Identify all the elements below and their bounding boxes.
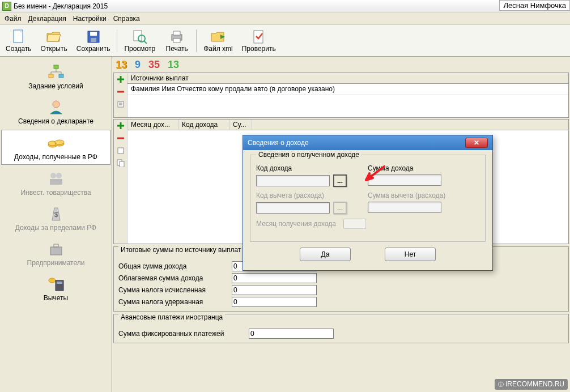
yes-button[interactable]: Да	[300, 248, 351, 261]
code-input[interactable]	[256, 175, 330, 186]
svg-rect-25	[50, 179, 62, 185]
preview-button[interactable]: Просмотр	[120, 27, 160, 55]
svg-point-29	[49, 278, 56, 283]
handshake-icon	[47, 169, 65, 188]
svg-rect-9	[173, 39, 180, 42]
deduct-code-input	[256, 202, 330, 214]
menu-settings[interactable]: Настройки	[73, 15, 107, 23]
menu-declaration[interactable]: Декларация	[28, 15, 66, 23]
nav-label: Инвест. товарищества	[20, 189, 91, 197]
menubar: Файл Декларация Настройки Справка	[0, 12, 570, 25]
toolbar-separator	[196, 29, 197, 52]
filexml-button[interactable]: Файл xml	[199, 27, 237, 55]
taxable-income-input[interactable]	[232, 273, 317, 283]
taxable-income-label: Облагаемая сумма дохода	[118, 274, 232, 282]
deduct-lookup-button: ...	[333, 202, 347, 214]
new-button[interactable]: Создать	[1, 27, 36, 55]
sidebar: Задание условий Сведения о декларанте До…	[0, 57, 112, 392]
sidebar-item-conditions[interactable]: Задание условий	[1, 59, 110, 93]
coins-icon	[47, 134, 65, 152]
svg-rect-27	[50, 247, 62, 255]
sum-label: Сумма дохода	[368, 164, 479, 172]
briefcase-icon	[47, 240, 65, 258]
tax-calc-input[interactable]	[232, 285, 317, 295]
sidebar-item-income-rf[interactable]: Доходы, полученные в РФ	[1, 130, 110, 165]
watermark-bottom: ⓘ IRECOMMEND.RU	[495, 379, 568, 390]
col-month[interactable]: Месяц дох...	[127, 120, 178, 130]
add-income-button[interactable]	[114, 120, 127, 131]
printer-icon	[169, 29, 185, 45]
remove-source-button[interactable]	[114, 86, 127, 97]
save-icon	[86, 29, 101, 45]
svg-rect-12	[49, 74, 53, 78]
svg-rect-8	[173, 31, 180, 35]
sources-header: Источники выплат	[127, 73, 568, 83]
svg-rect-28	[54, 244, 58, 247]
export-icon	[210, 29, 226, 45]
tax-withheld-input[interactable]	[232, 297, 317, 307]
col-code[interactable]: Код дохода	[178, 120, 229, 130]
tax-withheld-label: Сумма налога удержанная	[118, 298, 232, 306]
fixed-sum-label: Сумма фиксированных платежей	[118, 330, 249, 338]
deduct-sum-label: Сумма вычета (расхода)	[368, 191, 479, 199]
nav-label: Задание условий	[28, 82, 83, 90]
rate-13[interactable]: 13	[116, 59, 127, 71]
sources-toolbar	[114, 73, 127, 117]
sum-input[interactable]	[368, 174, 441, 186]
col-sum[interactable]: Су...	[229, 120, 252, 130]
totals-title: Итоговые суммы по источнику выплат	[118, 246, 243, 254]
save-button[interactable]: Сохранить	[72, 27, 115, 55]
income-dialog: Сведения о доходе ✕ Сведения о полученно…	[243, 135, 493, 271]
svg-rect-2	[90, 32, 97, 36]
fixed-sum-input[interactable]	[249, 329, 334, 339]
nav-label: Сведения о декларанте	[18, 117, 93, 125]
app-icon: D	[2, 2, 11, 11]
sidebar-item-entrepreneur: Предприниматели	[1, 236, 110, 270]
edit-source-button[interactable]	[114, 99, 127, 110]
menu-help[interactable]: Справка	[113, 15, 140, 23]
svg-rect-32	[118, 101, 124, 107]
svg-rect-31	[57, 282, 62, 284]
rate-13-2[interactable]: 13	[168, 59, 179, 71]
dialog-group-title: Сведения о полученном доходе	[256, 151, 361, 159]
window-title: Без имени - Декларация 2015	[14, 2, 108, 10]
code-lookup-button[interactable]: ...	[333, 174, 347, 187]
dialog-titlebar[interactable]: Сведения о доходе ✕	[243, 135, 492, 150]
tax-calc-label: Сумма налога исчисленная	[118, 286, 232, 294]
watermark-top: Лесная Нимфочка	[499, 0, 570, 11]
rate-35[interactable]: 35	[148, 59, 160, 71]
nav-label: Вычеты	[44, 294, 68, 302]
titlebar: D Без имени - Декларация 2015	[0, 0, 570, 12]
deduct-sum-input	[368, 202, 441, 213]
sidebar-item-deductions[interactable]: Вычеты	[1, 271, 110, 305]
svg-rect-3	[91, 38, 96, 42]
calculator-icon	[47, 275, 65, 293]
svg-rect-33	[118, 148, 124, 154]
no-button[interactable]: Нет	[385, 248, 436, 261]
edit-income-button[interactable]	[114, 145, 127, 156]
dialog-close-button[interactable]: ✕	[465, 138, 488, 148]
rate-9[interactable]: 9	[135, 59, 141, 71]
svg-rect-35	[120, 161, 124, 167]
copy-income-button[interactable]	[114, 157, 127, 169]
print-button[interactable]: Печать	[160, 27, 194, 55]
svg-point-23	[50, 173, 56, 178]
remove-income-button[interactable]	[114, 133, 127, 144]
check-button[interactable]: Проверить	[237, 27, 280, 55]
total-income-label: Общая сумма дохода	[118, 262, 232, 270]
tree-icon	[47, 63, 65, 81]
source-row[interactable]: Фамилия Имя Отчество кому продали авто (…	[127, 84, 568, 95]
svg-text:$: $	[54, 211, 58, 219]
toolbar-separator	[117, 29, 117, 52]
money-bag-icon: $	[47, 204, 65, 223]
nav-label: Доходы, полученные в РФ	[14, 153, 97, 161]
sidebar-item-foreign: $ Доходы за пределами РФ	[1, 201, 110, 235]
advance-group: Авансовые платежи иностранца Сумма фикси…	[113, 314, 569, 343]
menu-file[interactable]: Файл	[5, 15, 22, 23]
sidebar-item-declarant[interactable]: Сведения о декларанте	[1, 95, 110, 129]
add-source-button[interactable]	[114, 74, 127, 85]
open-button[interactable]: Открыть	[36, 27, 72, 55]
magnifier-icon	[132, 29, 148, 45]
nav-label: Доходы за пределами РФ	[15, 224, 96, 232]
svg-rect-13	[59, 74, 63, 78]
